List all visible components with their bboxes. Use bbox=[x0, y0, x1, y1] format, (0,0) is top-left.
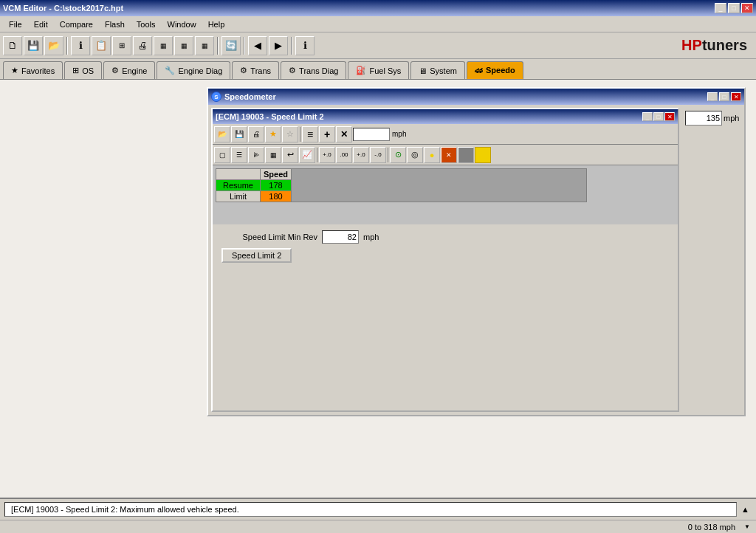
tab-engine-label: Engine bbox=[122, 66, 147, 75]
speedo-close-button[interactable]: ✕ bbox=[731, 92, 741, 101]
limit-row-value[interactable]: 180 bbox=[261, 191, 292, 202]
new-button[interactable]: 🗋 bbox=[3, 36, 22, 55]
ecm-save-button[interactable]: 💾 bbox=[231, 126, 247, 142]
ecm-x-button[interactable]: ✕ bbox=[336, 126, 352, 142]
speed-limit-min-rev-unit: mph bbox=[363, 233, 379, 241]
status-scrollbar-up[interactable]: ▲ bbox=[741, 505, 753, 514]
speed-limit-min-rev-row: Speed Limit Min Rev mph bbox=[221, 230, 669, 244]
window-controls: _ □ ✕ bbox=[715, 3, 753, 13]
status-bar: [ECM] 19003 - Speed Limit 2: Maximum all… bbox=[0, 498, 756, 520]
ecm-value-input[interactable] bbox=[353, 128, 390, 141]
ecm-target-green-button[interactable]: ⊙ bbox=[390, 147, 406, 163]
ecm-close-button[interactable]: ✕ bbox=[664, 112, 675, 121]
speed-limit-min-rev-input[interactable] bbox=[322, 230, 359, 244]
ecm-open-button[interactable]: 📂 bbox=[214, 126, 230, 142]
ecm-window-title: [ECM] 19003 - Speed Limit 2 bbox=[216, 112, 324, 121]
ecm-view-single-button[interactable]: ▢ bbox=[214, 147, 230, 163]
status-range-text: 0 to 318 mph bbox=[682, 523, 741, 532]
menu-file[interactable]: File bbox=[3, 18, 28, 30]
ecm-square-yellow-button[interactable] bbox=[475, 147, 491, 163]
right-panel: 135 mph bbox=[682, 108, 741, 412]
table-copy-button[interactable]: 📋 bbox=[92, 36, 111, 55]
ecm-decimal-button[interactable]: .00 bbox=[336, 147, 352, 163]
refresh-button[interactable]: 🔄 bbox=[221, 36, 241, 55]
table-paste-button[interactable]: ⊞ bbox=[112, 36, 131, 55]
menu-window[interactable]: Window bbox=[162, 18, 202, 30]
ecm-back-button[interactable]: ↩ bbox=[282, 147, 298, 163]
ecm-star-filled-button[interactable]: ★ bbox=[265, 126, 281, 142]
speedometer-window: S Speedometer _ □ ✕ [ECM] 19003 - Speed … bbox=[207, 87, 746, 416]
ecm-x-box-button[interactable]: ✕ bbox=[441, 147, 457, 163]
speedo-maximize-button[interactable]: □ bbox=[719, 92, 729, 101]
redo-button[interactable]: ▶ bbox=[269, 36, 288, 55]
ecm-plus-decimal2-button[interactable]: +.0 bbox=[353, 147, 369, 163]
menu-edit[interactable]: Edit bbox=[28, 18, 54, 30]
speed-limit-min-rev-label: Speed Limit Min Rev bbox=[221, 233, 317, 241]
ecm-maximize-button[interactable]: □ bbox=[653, 112, 664, 121]
ecm-minimize-button[interactable]: _ bbox=[642, 112, 653, 121]
ecm-mph-label: mph bbox=[391, 130, 408, 138]
undo-button[interactable]: ◀ bbox=[248, 36, 267, 55]
menu-tools[interactable]: Tools bbox=[131, 18, 162, 30]
ecm-plus-button[interactable]: + bbox=[319, 126, 335, 142]
ecm-print-button[interactable]: 🖨 bbox=[248, 126, 264, 142]
ecm-equals-button[interactable]: ≡ bbox=[302, 126, 318, 142]
print-button[interactable]: 🖨 bbox=[133, 36, 152, 55]
tab-trans[interactable]: ⚙ Trans bbox=[232, 61, 279, 79]
toolbar-separator-2 bbox=[217, 37, 219, 55]
tab-engine-diag-label: Engine Diag bbox=[178, 66, 222, 75]
tab-system-label: System bbox=[430, 66, 457, 75]
tab-speedo[interactable]: 🏎 Speedo bbox=[467, 61, 523, 79]
ecm-minus-decimal-button[interactable]: -.0 bbox=[370, 147, 386, 163]
menu-flash[interactable]: Flash bbox=[99, 18, 131, 30]
save-button[interactable]: 💾 bbox=[24, 36, 43, 55]
menu-bar: File Edit Compare Flash Tools Window Hel… bbox=[0, 16, 756, 32]
grid1-button[interactable]: ▦ bbox=[154, 36, 173, 55]
ecm-view-rows-button[interactable]: ☰ bbox=[231, 147, 247, 163]
mph-value-display: 135 bbox=[685, 111, 722, 125]
tab-trans-diag[interactable]: ⚙ Trans Diag bbox=[281, 61, 346, 79]
tab-system[interactable]: 🖥 System bbox=[410, 61, 465, 79]
column-label-header bbox=[216, 169, 261, 180]
info-button[interactable]: ℹ bbox=[71, 36, 90, 55]
tab-engine[interactable]: ⚙ Engine bbox=[103, 61, 155, 79]
hp-tuners-logo: HPtuners bbox=[681, 37, 753, 54]
ecm-view-all-button[interactable]: ▦ bbox=[265, 147, 281, 163]
grid2-button[interactable]: ▦ bbox=[174, 36, 193, 55]
ecm-plus-decimal-button[interactable]: +.0 bbox=[319, 147, 335, 163]
ecm-target-outline-button[interactable]: ◎ bbox=[407, 147, 423, 163]
speed-data-table: Speed Resume 178 Limit 180 bbox=[216, 168, 587, 202]
tab-os[interactable]: ⊞ OS bbox=[64, 61, 102, 79]
ecm-chart-button[interactable]: 📈 bbox=[299, 147, 315, 163]
speed-limit-2-row: Speed Limit 2 bbox=[221, 248, 669, 263]
grid3-button[interactable]: ▦ bbox=[195, 36, 214, 55]
status-bar-area: [ECM] 19003 - Speed Limit 2: Maximum all… bbox=[0, 498, 756, 533]
table-spacer bbox=[292, 169, 587, 202]
os-icon: ⊞ bbox=[72, 66, 79, 75]
tab-engine-diag[interactable]: 🔧 Engine Diag bbox=[157, 61, 230, 79]
maximize-button[interactable]: □ bbox=[728, 3, 740, 13]
speedo-icon: 🏎 bbox=[475, 66, 483, 75]
ecm-circle-yellow-button[interactable]: ● bbox=[424, 147, 440, 163]
status-scrollbar-down[interactable]: ▼ bbox=[741, 523, 753, 530]
speedometer-window-icon: S bbox=[211, 92, 221, 102]
status-range-bar: 0 to 318 mph ▼ bbox=[0, 520, 756, 533]
resume-row-label: Resume bbox=[216, 180, 261, 191]
toolbar-separator-1 bbox=[66, 37, 68, 55]
speedo-minimize-button[interactable]: _ bbox=[707, 92, 718, 101]
menu-compare[interactable]: Compare bbox=[54, 18, 99, 30]
resume-row-value[interactable]: 178 bbox=[261, 180, 292, 191]
tab-fuel-sys[interactable]: ⛽ Fuel Sys bbox=[348, 61, 409, 79]
menu-help[interactable]: Help bbox=[202, 18, 231, 30]
speed-limit-2-button[interactable]: Speed Limit 2 bbox=[221, 248, 292, 263]
close-button[interactable]: ✕ bbox=[741, 3, 753, 13]
about-button[interactable]: ℹ bbox=[295, 36, 315, 55]
ecm-view-cols-button[interactable]: ⫸ bbox=[248, 147, 264, 163]
mph-unit-label: mph bbox=[724, 114, 739, 123]
ecm-square-gray-button[interactable] bbox=[458, 147, 474, 163]
open-button[interactable]: 📂 bbox=[44, 36, 63, 55]
minimize-button[interactable]: _ bbox=[715, 3, 726, 13]
ecm-star-empty-button[interactable]: ☆ bbox=[282, 126, 298, 142]
speed-column-header: Speed bbox=[261, 169, 292, 180]
tab-favorites[interactable]: ★ Favorites bbox=[3, 61, 63, 79]
